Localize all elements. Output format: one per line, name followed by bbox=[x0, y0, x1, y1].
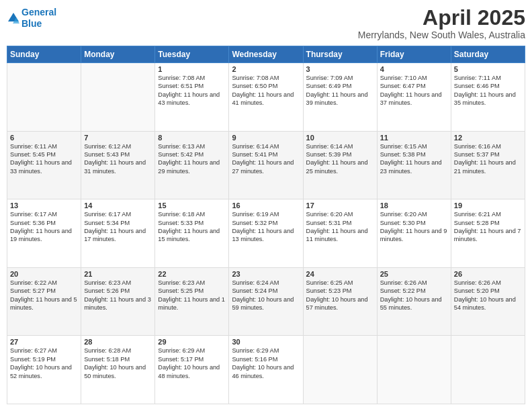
day-header-wednesday: Wednesday bbox=[229, 46, 303, 63]
day-number: 6 bbox=[10, 134, 78, 142]
calendar-cell: 16Sunrise: 6:19 AMSunset: 5:32 PMDayligh… bbox=[229, 199, 303, 268]
day-number: 17 bbox=[306, 201, 374, 210]
day-info: Sunrise: 6:13 AMSunset: 5:42 PMDaylight:… bbox=[158, 142, 226, 176]
calendar-cell: 6Sunrise: 6:11 AMSunset: 5:45 PMDaylight… bbox=[7, 131, 81, 199]
day-info: Sunrise: 6:20 AMSunset: 5:30 PMDaylight:… bbox=[380, 210, 448, 244]
day-info: Sunrise: 6:24 AMSunset: 5:24 PMDaylight:… bbox=[232, 279, 300, 312]
day-number: 29 bbox=[158, 338, 226, 346]
calendar-cell: 9Sunrise: 6:14 AMSunset: 5:41 PMDaylight… bbox=[229, 131, 303, 199]
day-header-friday: Friday bbox=[377, 46, 451, 63]
day-number: 18 bbox=[380, 201, 448, 210]
day-number: 27 bbox=[10, 338, 78, 346]
calendar-week-2: 6Sunrise: 6:11 AMSunset: 5:45 PMDaylight… bbox=[7, 131, 525, 199]
title-block: April 2025 Merrylands, New South Wales, … bbox=[358, 7, 525, 40]
day-info: Sunrise: 6:17 AMSunset: 5:34 PMDaylight:… bbox=[84, 210, 152, 244]
calendar-cell bbox=[81, 63, 155, 132]
day-number: 2 bbox=[232, 65, 300, 73]
day-number: 7 bbox=[84, 134, 152, 142]
subtitle: Merrylands, New South Wales, Australia bbox=[358, 30, 525, 40]
header: General Blue April 2025 Merrylands, New … bbox=[7, 7, 525, 40]
day-number: 9 bbox=[232, 134, 300, 142]
day-header-monday: Monday bbox=[81, 46, 155, 63]
calendar-header-row: SundayMondayTuesdayWednesdayThursdayFrid… bbox=[7, 46, 525, 63]
day-info: Sunrise: 6:25 AMSunset: 5:23 PMDaylight:… bbox=[306, 279, 374, 312]
calendar-cell: 12Sunrise: 6:16 AMSunset: 5:37 PMDayligh… bbox=[451, 131, 525, 199]
day-number: 20 bbox=[10, 270, 78, 278]
calendar-cell bbox=[377, 336, 451, 404]
calendar-table: SundayMondayTuesdayWednesdayThursdayFrid… bbox=[7, 46, 525, 404]
calendar-cell: 29Sunrise: 6:29 AMSunset: 5:17 PMDayligh… bbox=[155, 336, 229, 404]
main-title: April 2025 bbox=[358, 7, 525, 28]
day-number: 10 bbox=[306, 134, 374, 142]
calendar-week-5: 27Sunrise: 6:27 AMSunset: 5:19 PMDayligh… bbox=[7, 336, 525, 404]
day-number: 19 bbox=[454, 201, 522, 210]
calendar-cell: 21Sunrise: 6:23 AMSunset: 5:26 PMDayligh… bbox=[81, 267, 155, 336]
day-info: Sunrise: 6:20 AMSunset: 5:31 PMDaylight:… bbox=[306, 210, 374, 244]
calendar-week-1: 1Sunrise: 7:08 AMSunset: 6:51 PMDaylight… bbox=[7, 63, 525, 132]
day-number: 3 bbox=[306, 65, 374, 73]
day-info: Sunrise: 7:08 AMSunset: 6:50 PMDaylight:… bbox=[232, 74, 300, 107]
day-info: Sunrise: 7:09 AMSunset: 6:49 PMDaylight:… bbox=[306, 74, 374, 107]
calendar-cell: 7Sunrise: 6:12 AMSunset: 5:43 PMDaylight… bbox=[81, 131, 155, 199]
calendar-week-4: 20Sunrise: 6:22 AMSunset: 5:27 PMDayligh… bbox=[7, 267, 525, 336]
day-info: Sunrise: 6:16 AMSunset: 5:37 PMDaylight:… bbox=[454, 142, 522, 176]
calendar-cell: 14Sunrise: 6:17 AMSunset: 5:34 PMDayligh… bbox=[81, 199, 155, 268]
day-info: Sunrise: 6:22 AMSunset: 5:27 PMDaylight:… bbox=[10, 279, 78, 312]
calendar-week-3: 13Sunrise: 6:17 AMSunset: 5:36 PMDayligh… bbox=[7, 199, 525, 268]
day-info: Sunrise: 7:11 AMSunset: 6:46 PMDaylight:… bbox=[454, 74, 522, 107]
day-info: Sunrise: 6:29 AMSunset: 5:17 PMDaylight:… bbox=[158, 347, 226, 380]
calendar-cell: 3Sunrise: 7:09 AMSunset: 6:49 PMDaylight… bbox=[303, 63, 377, 132]
calendar-cell: 4Sunrise: 7:10 AMSunset: 6:47 PMDaylight… bbox=[377, 63, 451, 132]
day-info: Sunrise: 6:26 AMSunset: 5:20 PMDaylight:… bbox=[454, 279, 522, 312]
logo: General Blue bbox=[7, 7, 56, 30]
day-number: 16 bbox=[232, 201, 300, 210]
calendar-cell: 28Sunrise: 6:28 AMSunset: 5:18 PMDayligh… bbox=[81, 336, 155, 404]
calendar-cell: 26Sunrise: 6:26 AMSunset: 5:20 PMDayligh… bbox=[451, 267, 525, 336]
day-info: Sunrise: 6:19 AMSunset: 5:32 PMDaylight:… bbox=[232, 210, 300, 244]
day-info: Sunrise: 6:29 AMSunset: 5:16 PMDaylight:… bbox=[232, 347, 300, 380]
day-number: 25 bbox=[380, 270, 448, 278]
day-info: Sunrise: 6:28 AMSunset: 5:18 PMDaylight:… bbox=[84, 347, 152, 380]
day-number: 5 bbox=[454, 65, 522, 73]
day-info: Sunrise: 6:23 AMSunset: 5:26 PMDaylight:… bbox=[84, 279, 152, 312]
calendar-cell: 1Sunrise: 7:08 AMSunset: 6:51 PMDaylight… bbox=[155, 63, 229, 132]
logo-text: General Blue bbox=[21, 7, 56, 30]
calendar-cell bbox=[7, 63, 81, 132]
day-info: Sunrise: 6:11 AMSunset: 5:45 PMDaylight:… bbox=[10, 142, 78, 176]
day-info: Sunrise: 6:23 AMSunset: 5:25 PMDaylight:… bbox=[158, 279, 226, 312]
page: General Blue April 2025 Merrylands, New … bbox=[0, 0, 532, 411]
day-number: 30 bbox=[232, 338, 300, 346]
day-number: 4 bbox=[380, 65, 448, 73]
day-info: Sunrise: 6:14 AMSunset: 5:39 PMDaylight:… bbox=[306, 142, 374, 176]
calendar-cell: 18Sunrise: 6:20 AMSunset: 5:30 PMDayligh… bbox=[377, 199, 451, 268]
day-number: 28 bbox=[84, 338, 152, 346]
day-number: 26 bbox=[454, 270, 522, 278]
day-info: Sunrise: 6:18 AMSunset: 5:33 PMDaylight:… bbox=[158, 210, 226, 244]
day-info: Sunrise: 6:12 AMSunset: 5:43 PMDaylight:… bbox=[84, 142, 152, 176]
calendar-cell: 2Sunrise: 7:08 AMSunset: 6:50 PMDaylight… bbox=[229, 63, 303, 132]
calendar-cell: 30Sunrise: 6:29 AMSunset: 5:16 PMDayligh… bbox=[229, 336, 303, 404]
day-header-tuesday: Tuesday bbox=[155, 46, 229, 63]
calendar-cell: 5Sunrise: 7:11 AMSunset: 6:46 PMDaylight… bbox=[451, 63, 525, 132]
day-number: 14 bbox=[84, 201, 152, 210]
day-number: 11 bbox=[380, 134, 448, 142]
day-info: Sunrise: 6:15 AMSunset: 5:38 PMDaylight:… bbox=[380, 142, 448, 176]
calendar-cell: 22Sunrise: 6:23 AMSunset: 5:25 PMDayligh… bbox=[155, 267, 229, 336]
day-info: Sunrise: 7:10 AMSunset: 6:47 PMDaylight:… bbox=[380, 74, 448, 107]
day-number: 15 bbox=[158, 201, 226, 210]
calendar-cell: 8Sunrise: 6:13 AMSunset: 5:42 PMDaylight… bbox=[155, 131, 229, 199]
day-number: 8 bbox=[158, 134, 226, 142]
day-header-thursday: Thursday bbox=[303, 46, 377, 63]
calendar-cell: 23Sunrise: 6:24 AMSunset: 5:24 PMDayligh… bbox=[229, 267, 303, 336]
calendar-cell: 24Sunrise: 6:25 AMSunset: 5:23 PMDayligh… bbox=[303, 267, 377, 336]
day-number: 22 bbox=[158, 270, 226, 278]
calendar-cell: 17Sunrise: 6:20 AMSunset: 5:31 PMDayligh… bbox=[303, 199, 377, 268]
calendar-cell: 13Sunrise: 6:17 AMSunset: 5:36 PMDayligh… bbox=[7, 199, 81, 268]
day-info: Sunrise: 6:21 AMSunset: 5:28 PMDaylight:… bbox=[454, 210, 522, 244]
day-info: Sunrise: 7:08 AMSunset: 6:51 PMDaylight:… bbox=[158, 74, 226, 107]
day-number: 23 bbox=[232, 270, 300, 278]
day-number: 21 bbox=[84, 270, 152, 278]
calendar-cell: 19Sunrise: 6:21 AMSunset: 5:28 PMDayligh… bbox=[451, 199, 525, 268]
calendar-cell: 25Sunrise: 6:26 AMSunset: 5:22 PMDayligh… bbox=[377, 267, 451, 336]
calendar-cell bbox=[303, 336, 377, 404]
